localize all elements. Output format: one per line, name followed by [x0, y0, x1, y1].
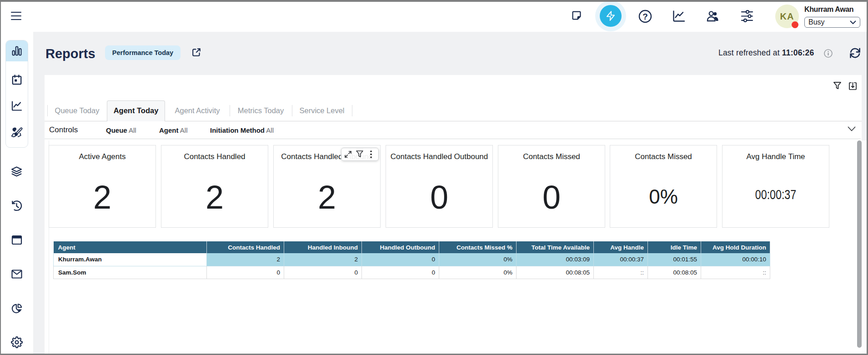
- svg-text:?: ?: [642, 12, 648, 21]
